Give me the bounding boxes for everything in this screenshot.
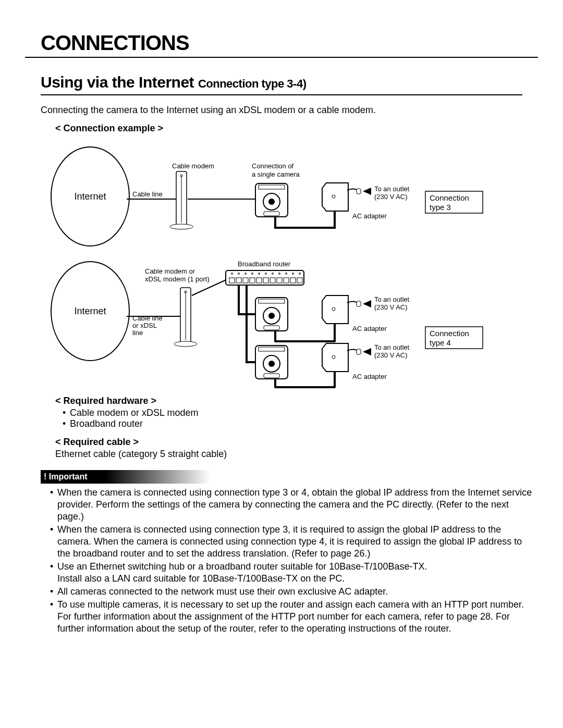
list-item: •When the camera is connected using conn… [50,524,536,560]
section-heading: Using via the Internet Connection type 3… [41,73,306,91]
d-cable-line-1: Cable line [132,190,163,198]
important-banner: ! Important [41,470,211,484]
list-item: •To use multiple cameras, it is necessar… [50,599,536,635]
ac-adapter-icon-2 [322,295,348,324]
d-outlet3-l2: (230 V AC) [374,351,408,359]
d-internet-1: Internet [74,191,106,202]
page: CONNECTIONS Using via the Internet Conne… [0,31,563,728]
list-item: •All cameras connected to the network mu… [50,586,536,598]
list-item: •When the camera is connected using conn… [50,487,536,523]
cable-modem-icon [170,171,193,229]
section-heading-main: Using via the Internet [41,73,198,91]
d-cx-l3: line [132,329,143,337]
d-single-l2: a single camera [252,170,300,178]
connection-example-label: < Connection example > [55,123,522,134]
svg-rect-55 [264,374,279,378]
list-item: •Broadband router [63,418,522,429]
svg-point-49 [268,313,275,319]
d-cable-modem: Cable modem [172,162,214,170]
ac-adapter-icon-1 [322,183,348,211]
d-ac-2: AC adapter [352,325,387,332]
d-router: Broadband router [238,260,291,268]
list-item: •Cable modem or xDSL modem [63,408,522,418]
camera-icon-1 [255,183,288,217]
d-outlet1-l2: (230 V AC) [374,193,408,201]
d-ac-1: AC adapter [352,212,387,220]
list-item: •Use an Ethernet switching hub or a broa… [50,561,536,585]
required-hardware-heading: < Required hardware > [55,396,522,406]
d-cx-l2: or xDSL [132,322,157,329]
important-label: ! Important [44,472,88,482]
d-outlet1-l1: To an outlet [374,185,410,193]
d-modem1p-l1: Cable modem or [145,267,195,275]
section-heading-sub: Connection type 3-4) [198,77,307,90]
svg-rect-13 [357,189,361,194]
required-cable-text: Ethernet cable (category 5 straight cabl… [55,449,522,460]
required-hardware-list: •Cable modem or xDSL modem •Broadband ro… [63,408,522,429]
svg-marker-58 [363,300,371,307]
svg-rect-60 [357,349,361,354]
svg-rect-11 [264,212,279,216]
d-outlet2-l1: To an outlet [374,295,410,303]
d-conn4-l2: type 4 [430,338,451,347]
svg-rect-57 [357,301,361,306]
connection-diagram: Internet Cable line Cable modem Co [41,139,522,388]
page-title: CONNECTIONS [41,31,563,55]
important-list: •When the camera is connected using conn… [50,487,536,635]
d-single-l1: Connection of [252,162,294,170]
svg-marker-14 [363,188,371,195]
svg-rect-50 [264,326,279,330]
d-internet-2: Internet [74,306,106,316]
d-conn3-l1: Connection [430,193,469,202]
router-icon [226,270,304,285]
d-conn3-l2: type 3 [430,203,451,212]
svg-point-54 [268,361,275,367]
svg-point-5 [170,224,193,229]
camera-icon-3 [255,346,288,379]
d-outlet2-l2: (230 V AC) [374,303,408,311]
section-heading-wrap: Using via the Internet Connection type 3… [41,73,522,95]
ac-adapter-icon-3 [322,343,348,372]
title-rule [25,57,538,58]
svg-point-21 [174,341,197,347]
d-ac-3: AC adapter [352,373,387,380]
svg-point-10 [268,199,275,205]
d-cx-l1: Cable line [132,314,163,322]
d-modem1p-l2: xDSL modem (1 port) [145,275,210,283]
d-conn4-l1: Connection [430,329,469,338]
d-outlet3-l1: To an outlet [374,343,410,351]
camera-icon-2 [255,298,288,331]
required-cable-heading: < Required cable > [55,437,522,448]
modem-icon-2 [174,288,197,347]
svg-marker-61 [363,348,371,355]
intro-text: Connecting the camera to the Internet us… [41,105,522,116]
